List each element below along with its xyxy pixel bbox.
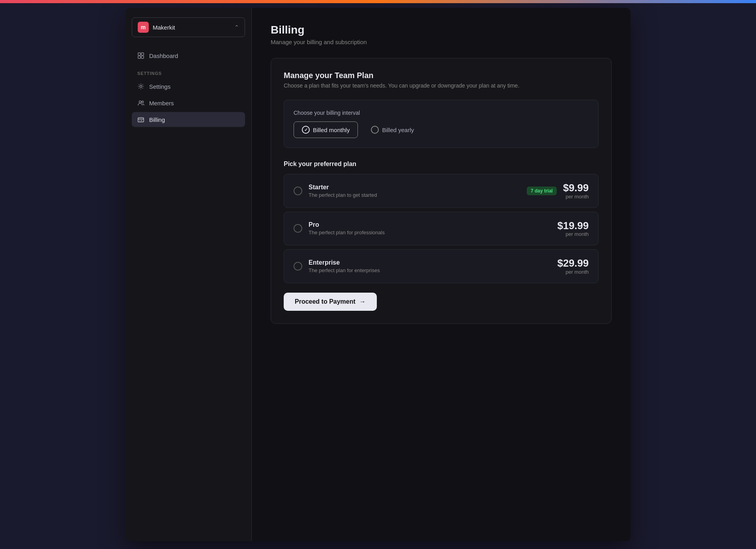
billing-monthly-label: Billed monthly [313, 127, 350, 133]
billing-monthly-btn[interactable]: Billed monthly [294, 121, 358, 138]
starter-price-amount: $9.99 [563, 182, 589, 194]
plans-label: Pick your preferred plan [284, 161, 599, 168]
brand-selector[interactable]: m Makerkit ⌃ [132, 17, 245, 37]
starter-price: $9.99 per month [563, 182, 589, 200]
proceed-arrow-icon: → [359, 298, 366, 305]
enterprise-price-amount: $29.99 [557, 258, 589, 269]
brand-logo: m [138, 22, 149, 33]
pro-plan-info: Pro The perfect plan for professionals [309, 221, 551, 235]
sidebar-item-billing[interactable]: Billing [132, 112, 245, 127]
pro-price-period: per month [557, 231, 589, 237]
top-bar [0, 0, 756, 3]
enterprise-plan-desc: The perfect plan for enterprises [309, 267, 551, 273]
svg-point-6 [142, 101, 144, 103]
sidebar-item-billing-label: Billing [149, 116, 165, 123]
settings-section-label: SETTINGS [132, 65, 245, 79]
starter-plan-desc: The perfect plan to get started [309, 192, 520, 198]
monthly-radio-checked [302, 126, 310, 134]
page-title: Billing [271, 24, 612, 36]
billing-card: Manage your Team Plan Choose a plan that… [271, 58, 612, 324]
pro-price-amount: $19.99 [557, 220, 589, 232]
card-subtitle: Choose a plan that fits your team's need… [284, 82, 599, 89]
chevron-up-down-icon: ⌃ [234, 24, 239, 30]
starter-price-period: per month [563, 194, 589, 200]
enterprise-plan-info: Enterprise The perfect plan for enterpri… [309, 259, 551, 273]
starter-plan-name: Starter [309, 184, 520, 191]
yearly-radio [371, 126, 379, 134]
plan-item-enterprise[interactable]: Enterprise The perfect plan for enterpri… [284, 249, 599, 283]
svg-rect-3 [141, 56, 144, 58]
sidebar-item-settings-label: Settings [149, 83, 170, 90]
starter-trial-badge: 7 day trial [527, 187, 557, 195]
proceed-to-payment-button[interactable]: Proceed to Payment → [284, 293, 377, 311]
interval-label: Choose your billing interval [294, 110, 589, 116]
svg-point-4 [140, 85, 142, 87]
billing-yearly-btn[interactable]: Billed yearly [363, 121, 422, 138]
sidebar-item-members[interactable]: Members [132, 95, 245, 110]
card-title: Manage your Team Plan [284, 71, 599, 80]
brand-name: Makerkit [153, 24, 175, 31]
proceed-btn-label: Proceed to Payment [295, 298, 356, 305]
enterprise-radio [294, 262, 302, 271]
sidebar-item-dashboard[interactable]: Dashboard [132, 48, 245, 63]
plan-item-starter[interactable]: Starter The perfect plan to get started … [284, 174, 599, 208]
svg-point-5 [139, 101, 141, 103]
pro-radio [294, 224, 302, 233]
starter-plan-info: Starter The perfect plan to get started [309, 184, 520, 198]
members-icon [137, 99, 144, 106]
enterprise-plan-name: Enterprise [309, 259, 551, 266]
page-subtitle: Manage your billing and subscription [271, 39, 612, 45]
interval-options: Billed monthly Billed yearly [294, 121, 589, 138]
pro-price: $19.99 per month [557, 220, 589, 237]
gear-icon [137, 83, 144, 90]
billing-yearly-label: Billed yearly [382, 127, 414, 133]
sidebar-item-members-label: Members [149, 100, 174, 106]
svg-rect-7 [138, 118, 144, 122]
plan-item-pro[interactable]: Pro The perfect plan for professionals $… [284, 212, 599, 246]
app-wrapper: m Makerkit ⌃ Dashboard SETTINGS Settings [125, 8, 631, 541]
sidebar-item-settings[interactable]: Settings [132, 79, 245, 94]
main-content: Billing Manage your billing and subscrip… [252, 8, 631, 541]
billing-interval-section: Choose your billing interval Billed mont… [284, 100, 599, 148]
enterprise-price: $29.99 per month [557, 258, 589, 275]
starter-radio [294, 187, 302, 195]
sidebar: m Makerkit ⌃ Dashboard SETTINGS Settings [125, 8, 252, 541]
svg-rect-0 [138, 53, 140, 55]
pro-plan-desc: The perfect plan for professionals [309, 230, 551, 235]
sidebar-item-dashboard-label: Dashboard [149, 52, 178, 59]
svg-rect-2 [138, 56, 140, 58]
billing-icon [137, 116, 144, 123]
enterprise-price-period: per month [557, 269, 589, 275]
svg-rect-1 [141, 53, 144, 55]
dashboard-icon [137, 52, 144, 59]
brand-left: m Makerkit [138, 22, 175, 33]
pro-plan-name: Pro [309, 221, 551, 228]
